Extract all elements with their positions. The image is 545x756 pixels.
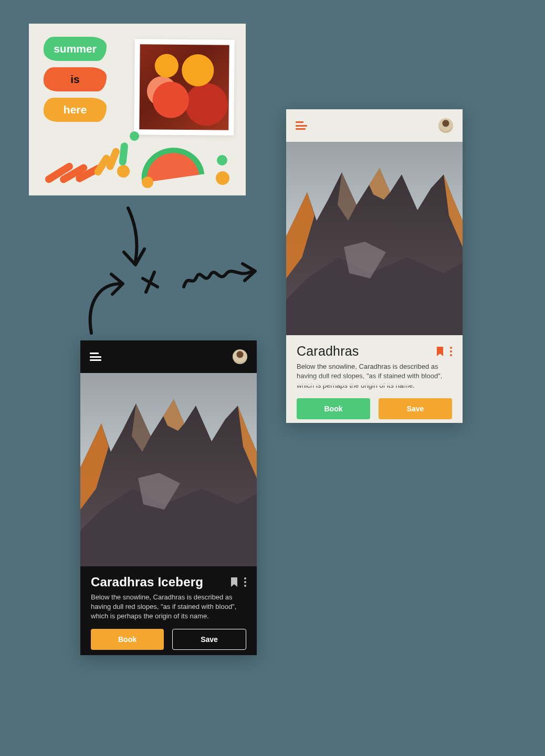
dot-icon [130, 131, 139, 141]
fruit-photo-frame [134, 39, 235, 136]
app-header [286, 109, 463, 142]
kebab-icon[interactable] [244, 577, 246, 587]
title-row: Caradhras [297, 344, 452, 359]
doodle-area [45, 131, 234, 189]
card-content: Caradhras Iceberg Below the snowline, Ca… [80, 566, 257, 659]
summer-word-1: summer [44, 37, 107, 61]
app-header [80, 340, 257, 373]
button-row: Book Save [297, 398, 452, 419]
dot-icon [117, 165, 130, 178]
hamburger-icon[interactable] [296, 121, 307, 130]
summer-labels: summer is here [44, 37, 107, 128]
phone-mockup-dark: Caradhras Iceberg Below the snowline, Ca… [80, 340, 257, 655]
title-actions [436, 347, 452, 356]
save-button[interactable]: Save [379, 398, 452, 419]
title-actions [230, 577, 246, 587]
stroke-icon [119, 142, 129, 166]
dot-icon [217, 155, 227, 165]
book-button[interactable]: Book [91, 629, 164, 650]
button-row: Book Save [91, 629, 246, 650]
hamburger-icon[interactable] [90, 353, 101, 361]
avatar[interactable] [233, 349, 247, 364]
fruit-photo [139, 44, 229, 130]
hero-image [80, 373, 257, 566]
bookmark-icon[interactable] [436, 347, 444, 356]
dot-icon [216, 171, 229, 185]
card-title: Caradhras [297, 344, 359, 359]
card-content: Caradhras Below the snowline, Caradhras … [286, 335, 463, 429]
book-button[interactable]: Book [297, 398, 370, 419]
avatar[interactable] [438, 118, 453, 133]
hero-image [286, 142, 463, 335]
sketch-connectors [84, 205, 273, 336]
summer-word-3: here [44, 98, 107, 122]
bookmark-icon[interactable] [230, 577, 238, 587]
dot-icon [142, 177, 153, 188]
phone-mockup-light: Caradhras Below the snowline, Caradhras … [286, 109, 463, 423]
summer-graphic-card: summer is here [29, 24, 246, 195]
title-row: Caradhras Iceberg [91, 575, 246, 589]
card-description: Below the snowline, Caradhras is describ… [91, 593, 246, 622]
description-fade [297, 376, 452, 386]
summer-word-2: is [44, 67, 107, 91]
card-title: Caradhras Iceberg [91, 575, 203, 589]
save-button[interactable]: Save [172, 629, 246, 650]
arrows-sketch-icon [84, 205, 273, 336]
kebab-icon[interactable] [450, 347, 452, 356]
